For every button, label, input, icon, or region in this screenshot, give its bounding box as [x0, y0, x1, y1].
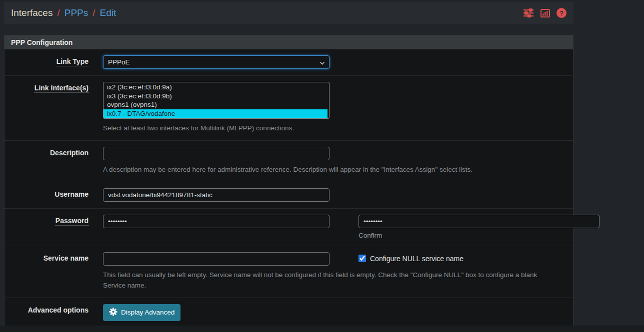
- service-name-help: This field can usually be left empty. Se…: [103, 270, 558, 291]
- password-input[interactable]: [103, 215, 330, 228]
- chevron-down-icon: [320, 59, 325, 68]
- username-label: Username: [54, 190, 88, 199]
- password-confirm-input[interactable]: [358, 215, 600, 228]
- password-row: Password Confirm: [4, 208, 573, 246]
- display-advanced-label: Display Advanced: [121, 309, 174, 316]
- gear-icon: [109, 308, 118, 318]
- password-label: Password: [56, 217, 88, 226]
- description-help: A description may be entered here for ad…: [103, 165, 558, 175]
- listbox-option[interactable]: ix3 (3c:ec:ef:f3:0d:9b): [104, 92, 329, 101]
- breadcrumb: Interfaces / PPPs / Edit: [11, 7, 116, 18]
- breadcrumb-separator: /: [57, 7, 60, 18]
- link-type-row: Link Type PPPoE: [4, 49, 573, 75]
- service-name-input[interactable]: [103, 252, 330, 266]
- service-name-label: Service name: [44, 254, 88, 262]
- advanced-options-label: Advanced options: [28, 306, 88, 314]
- link-type-value: PPPoE: [108, 58, 130, 66]
- breadcrumb-root: Interfaces: [11, 7, 52, 18]
- link-interfaces-help: Select at least two interfaces for Multi…: [103, 123, 558, 134]
- username-row: Username: [4, 182, 573, 208]
- advanced-options-row: Advanced options: [4, 298, 573, 328]
- breadcrumb-bar: Interfaces / PPPs / Edit: [4, 2, 574, 24]
- link-type-select[interactable]: PPPoE: [103, 55, 330, 69]
- listbox-option[interactable]: ix2 (3c:ec:ef:f3:0d:9a): [104, 83, 329, 92]
- breadcrumb-link-edit[interactable]: Edit: [100, 7, 116, 18]
- chart-icon[interactable]: [540, 9, 550, 17]
- configure-null-checkbox[interactable]: [358, 255, 366, 262]
- display-advanced-button[interactable]: Display Advanced: [103, 304, 180, 321]
- description-label: Description: [50, 149, 88, 157]
- help-icon[interactable]: ?: [556, 8, 566, 18]
- sliders-icon[interactable]: [523, 8, 534, 17]
- username-input[interactable]: [103, 188, 330, 202]
- link-interfaces-listbox[interactable]: ix2 (3c:ec:ef:f3:0d:9a) ix3 (3c:ec:ef:f3…: [103, 82, 330, 119]
- password-confirm-label: Confirm: [358, 232, 600, 239]
- configure-null-label: Configure NULL service name: [370, 255, 464, 263]
- panel-title: PPP Configuration: [4, 35, 573, 49]
- listbox-option-selected[interactable]: ix0.7 - DTAG/vodafone: [104, 109, 328, 118]
- breadcrumb-link-ppps[interactable]: PPPs: [64, 7, 88, 18]
- description-input[interactable]: [103, 147, 330, 160]
- listbox-option[interactable]: ovpns1 (ovpns1): [104, 100, 329, 109]
- description-row: Description A description may be entered…: [4, 140, 573, 182]
- ppp-configuration-panel: PPP Configuration Link Type PPPoE Link I…: [4, 35, 574, 328]
- footer-strip: [0, 326, 644, 332]
- service-name-row: Service name Configure NULL service name…: [4, 246, 573, 298]
- breadcrumb-separator: /: [92, 7, 95, 18]
- svg-text:?: ?: [560, 9, 564, 17]
- link-interfaces-row: Link Interface(s) ix2 (3c:ec:ef:f3:0d:9a…: [4, 75, 573, 140]
- link-interfaces-label: Link Interface(s): [34, 84, 88, 93]
- link-type-label: Link Type: [56, 57, 88, 66]
